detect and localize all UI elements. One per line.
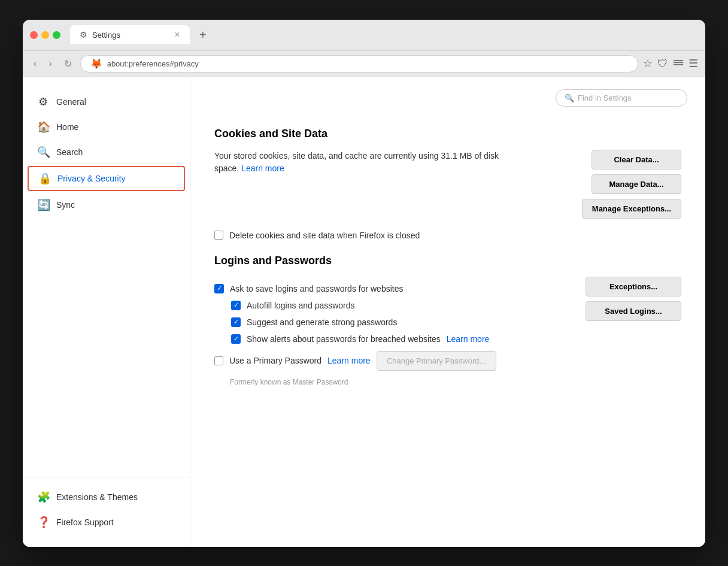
autofill-row: ✓ Autofill logins and passwords — [231, 301, 586, 310]
lock-icon: 🔒 — [38, 172, 50, 185]
url-display: about:preferences#privacy — [107, 59, 199, 68]
sidebar-item-support[interactable]: ❓ Firefox Support — [23, 510, 190, 535]
history-icon[interactable]: 𝍢 — [673, 56, 684, 71]
manage-data-button[interactable]: Manage Data... — [592, 174, 681, 194]
address-field[interactable]: 🦊 about:preferences#privacy — [80, 55, 638, 72]
sidebar-home-label: Home — [56, 122, 78, 132]
maximize-button[interactable] — [53, 31, 60, 39]
back-button[interactable]: ‹ — [30, 56, 40, 71]
cookies-section-row: Your stored cookies, site data, and cach… — [214, 150, 681, 219]
find-in-settings[interactable]: 🔍 — [556, 89, 687, 107]
sidebar-bottom: 🧩 Extensions & Themes ❓ Firefox Support — [23, 477, 190, 535]
formerly-text: Formerly known as Master Password — [230, 378, 586, 386]
find-in-settings-input[interactable] — [578, 93, 678, 102]
sidebar-extensions-label: Extensions & Themes — [56, 492, 138, 502]
autofill-label: Autofill logins and passwords — [247, 301, 355, 310]
address-bar-icons: ☆ 🛡 𝍢 ☰ — [643, 56, 698, 71]
primary-password-label: Use a Primary Password — [229, 356, 321, 365]
gear-icon: ⚙ — [37, 95, 49, 108]
settings-content: 🔍 Cookies and Site Data Your stored cook… — [190, 77, 705, 547]
suggest-strong-label: Suggest and generate strong passwords — [247, 317, 397, 327]
cookies-buttons: Clear Data... Manage Data... Manage Exce… — [582, 150, 681, 219]
breach-learn-more-link[interactable]: Learn more — [447, 334, 490, 344]
delete-cookies-checkbox[interactable] — [214, 231, 223, 240]
reload-button[interactable]: ↻ — [60, 56, 75, 72]
sidebar-item-home[interactable]: 🏠 Home — [23, 114, 190, 140]
address-bar: ‹ › ↻ 🦊 about:preferences#privacy ☆ 🛡 𝍢 … — [23, 51, 705, 77]
menu-icon[interactable]: ☰ — [688, 57, 698, 70]
cookies-section-title: Cookies and Site Data — [214, 128, 681, 140]
sidebar-item-privacy[interactable]: 🔒 Privacy & Security — [28, 166, 185, 191]
suggest-strong-row: ✓ Suggest and generate strong passwords — [231, 317, 586, 327]
cookies-description: Your stored cookies, site data, and cach… — [214, 150, 514, 175]
search-icon: 🔍 — [37, 146, 49, 159]
sync-icon: 🔄 — [37, 198, 49, 211]
logins-left: ✓ Ask to save logins and passwords for w… — [214, 277, 586, 386]
help-icon: ❓ — [37, 516, 49, 529]
tab-settings-icon: ⚙ — [80, 30, 87, 40]
sidebar: ⚙ General 🏠 Home 🔍 Search 🔒 Privacy & Se… — [23, 77, 190, 547]
tab-title: Settings — [92, 31, 120, 40]
sidebar-item-sync[interactable]: 🔄 Sync — [23, 192, 190, 217]
search-icon: 🔍 — [565, 93, 574, 102]
primary-password-row: Use a Primary Password Learn more Change… — [214, 351, 586, 371]
sidebar-search-label: Search — [56, 147, 83, 157]
main-content: ⚙ General 🏠 Home 🔍 Search 🔒 Privacy & Se… — [23, 77, 705, 547]
sidebar-support-label: Firefox Support — [56, 517, 114, 527]
primary-password-checkbox[interactable] — [214, 356, 223, 365]
ask-save-checkbox[interactable]: ✓ — [214, 284, 224, 293]
breach-alerts-checkbox[interactable]: ✓ — [231, 334, 241, 344]
delete-cookies-row: Delete cookies and site data when Firefo… — [214, 231, 681, 240]
minimize-button[interactable] — [41, 31, 49, 39]
forward-button[interactable]: › — [45, 56, 55, 71]
sidebar-item-general[interactable]: ⚙ General — [23, 89, 190, 114]
sidebar-privacy-label: Privacy & Security — [57, 174, 126, 183]
logins-right: Exceptions... Saved Logins... — [586, 277, 681, 321]
active-tab[interactable]: ⚙ Settings ✕ — [70, 25, 190, 44]
sidebar-sync-label: Sync — [56, 200, 75, 210]
sidebar-general-label: General — [56, 97, 86, 107]
pocket-icon[interactable]: 🛡 — [657, 57, 668, 70]
exceptions-button[interactable]: Exceptions... — [586, 277, 681, 296]
cookies-description-area: Your stored cookies, site data, and cach… — [214, 150, 582, 175]
title-bar: ⚙ Settings ✕ + — [23, 20, 705, 51]
traffic-lights — [30, 31, 60, 39]
primary-learn-more-link[interactable]: Learn more — [327, 356, 371, 365]
firefox-logo-icon: 🦊 — [90, 58, 102, 69]
suggest-strong-checkbox[interactable]: ✓ — [231, 317, 241, 327]
sidebar-item-extensions[interactable]: 🧩 Extensions & Themes — [23, 485, 190, 510]
breach-alerts-label: Show alerts about passwords for breached… — [247, 334, 441, 344]
ask-save-row: ✓ Ask to save logins and passwords for w… — [214, 284, 586, 293]
ask-save-label: Ask to save logins and passwords for web… — [230, 284, 403, 293]
sidebar-item-search[interactable]: 🔍 Search — [23, 140, 190, 165]
extensions-icon: 🧩 — [37, 491, 49, 504]
logins-section-row: ✓ Ask to save logins and passwords for w… — [214, 277, 681, 386]
delete-cookies-label: Delete cookies and site data when Firefo… — [229, 231, 420, 240]
manage-exceptions-button[interactable]: Manage Exceptions... — [582, 199, 681, 219]
home-icon: 🏠 — [37, 120, 49, 134]
sidebar-nav: ⚙ General 🏠 Home 🔍 Search 🔒 Privacy & Se… — [23, 89, 190, 470]
saved-logins-button[interactable]: Saved Logins... — [586, 301, 681, 321]
bookmark-icon[interactable]: ☆ — [643, 57, 653, 70]
autofill-checkbox[interactable]: ✓ — [231, 301, 241, 310]
close-button[interactable] — [30, 31, 38, 39]
new-tab-button[interactable]: + — [195, 28, 211, 42]
clear-data-button[interactable]: Clear Data... — [592, 150, 681, 170]
change-primary-button: Change Primary Password... — [377, 351, 496, 371]
browser-window: ⚙ Settings ✕ + ‹ › ↻ 🦊 about:preferences… — [23, 20, 705, 547]
breach-alerts-row: ✓ Show alerts about passwords for breach… — [231, 334, 586, 344]
cookies-learn-more-link[interactable]: Learn more — [241, 164, 284, 173]
tab-close-button[interactable]: ✕ — [174, 31, 180, 39]
logins-section-title: Logins and Passwords — [214, 255, 681, 267]
